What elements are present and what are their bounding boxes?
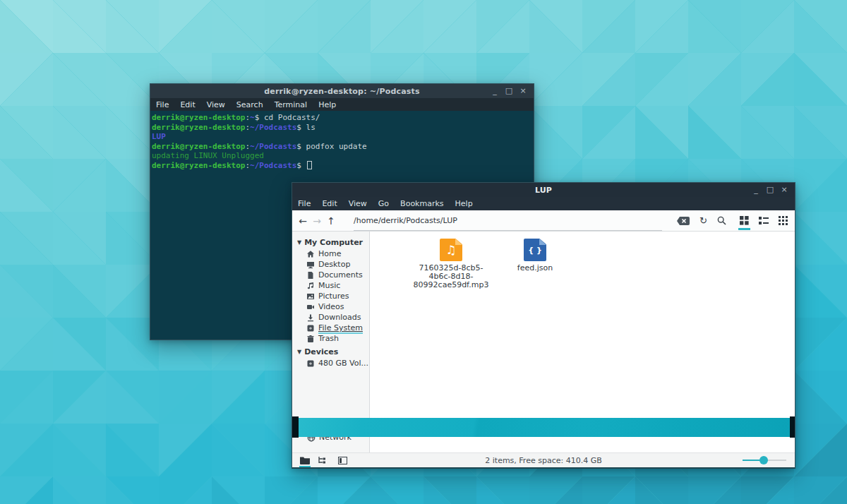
- sidebar-item-label: 480 GB Vol...: [318, 359, 368, 368]
- file-item-audio[interactable]: ♫7160325d-8cb5-4b6c-8d18-80992cae59df.mp…: [408, 239, 494, 289]
- close-icon[interactable]: ×: [517, 86, 529, 96]
- sidebar-item-label: Trash: [318, 334, 339, 343]
- terminal-cursor: [307, 161, 312, 169]
- sidebar-item-videos[interactable]: Videos: [292, 301, 369, 312]
- video-icon: [306, 303, 315, 311]
- sidebar-item-label: File System: [318, 323, 363, 332]
- terminal-menu-terminal[interactable]: Terminal: [269, 99, 313, 111]
- sidebar-item-label: Home: [318, 249, 341, 258]
- fm-menu-bookmarks[interactable]: Bookmarks: [395, 198, 449, 210]
- sidebar-item-file-system[interactable]: File System: [292, 323, 369, 333]
- fm-menu-edit[interactable]: Edit: [316, 198, 342, 210]
- sidebar-section-label: My Computer: [304, 238, 363, 247]
- compact-view-button[interactable]: [759, 216, 769, 225]
- path-bar[interactable]: /home/derrik/Podcasts/LUP: [354, 210, 662, 231]
- file-manager-toolbar: ← → ↑ /home/derrik/Podcasts/LUP ↻: [292, 210, 795, 232]
- thumbnail-view-button[interactable]: [779, 216, 788, 225]
- file-manager-titlebar[interactable]: LUP _ □ ×: [292, 183, 795, 197]
- sidebar-item-label: Pictures: [318, 292, 349, 301]
- zoom-slider[interactable]: [743, 456, 786, 464]
- icon-view-button[interactable]: [740, 216, 749, 225]
- home-icon: [306, 250, 315, 258]
- forward-button[interactable]: →: [310, 215, 324, 227]
- maximize-icon[interactable]: □: [764, 185, 776, 195]
- terminal-menu-search[interactable]: Search: [231, 99, 269, 111]
- picture-icon: [306, 292, 315, 301]
- drive-icon: [306, 359, 315, 368]
- file-name-label: 7160325d-8cb5-4b6c-8d18-80992cae59df.mp3: [408, 264, 494, 289]
- terminal-line: LUP: [152, 132, 532, 142]
- file-manager-title: LUP: [292, 186, 795, 195]
- sidebar-item-pictures[interactable]: Pictures: [292, 291, 369, 301]
- zoom-slider-handle[interactable]: [759, 456, 768, 464]
- trash-icon: [306, 335, 315, 343]
- terminal-titlebar[interactable]: derrik@ryzen-desktop: ~/Podcasts _ □ ×: [150, 84, 534, 98]
- sidebar-section-label: Devices: [304, 347, 338, 356]
- terminal-line: updating LINUX Unplugged: [152, 151, 532, 161]
- sidebar-item-label: Desktop: [318, 260, 350, 269]
- status-text: 2 items, Free space: 410.4 GB: [292, 456, 795, 465]
- sidebar-item-home[interactable]: Home: [292, 248, 369, 259]
- minimize-icon[interactable]: _: [750, 185, 762, 195]
- sidebar-item-label: Music: [318, 281, 340, 290]
- desktop: derrik@ryzen-desktop: ~/Podcasts _ □ × F…: [0, 0, 847, 504]
- screen-tear-artifact: [292, 418, 795, 437]
- sidebar-item-trash[interactable]: Trash: [292, 333, 369, 344]
- fm-menu-view[interactable]: View: [343, 198, 373, 210]
- terminal-menubar: FileEditViewSearchTerminalHelp: [150, 98, 534, 111]
- sidebar-item-downloads[interactable]: Downloads: [292, 312, 369, 323]
- sidebar-section-devices[interactable]: ▼Devices: [292, 346, 369, 358]
- file-manager-menubar: FileEditViewGoBookmarksHelp: [292, 197, 795, 210]
- minimize-icon[interactable]: _: [489, 86, 500, 96]
- terminal-line: derrik@ryzen-desktop:~/Podcasts$ podfox …: [152, 142, 532, 152]
- document-icon: [306, 271, 315, 280]
- file-manager-window: LUP _ □ × FileEditViewGoBookmarksHelp ← …: [292, 182, 795, 469]
- json-file-icon: { }: [524, 239, 546, 261]
- sidebar-item-desktop[interactable]: Desktop: [292, 259, 369, 270]
- sidebar-item-480-gb-vol-[interactable]: 480 GB Vol...: [292, 358, 369, 368]
- file-item-json[interactable]: { }feed.json: [492, 239, 578, 272]
- sidebar-item-label: Downloads: [318, 313, 361, 322]
- clear-path-icon[interactable]: [677, 217, 690, 225]
- fm-menu-help[interactable]: Help: [450, 198, 479, 210]
- sidebar-item-music[interactable]: Music: [292, 280, 369, 291]
- terminal-menu-edit[interactable]: Edit: [174, 99, 200, 111]
- back-button[interactable]: ←: [296, 215, 310, 227]
- status-bar: 2 items, Free space: 410.4 GB: [292, 452, 795, 467]
- sidebar-item-documents[interactable]: Documents: [292, 270, 369, 280]
- drive-icon: [306, 324, 315, 332]
- close-icon[interactable]: ×: [779, 185, 790, 195]
- music-icon: [306, 282, 315, 290]
- collapse-triangle-icon[interactable]: ▼: [297, 239, 301, 246]
- file-manager-content: ▼My ComputerHomeDesktopDocumentsMusicPic…: [292, 232, 795, 452]
- up-button[interactable]: ↑: [324, 215, 338, 227]
- terminal-line: derrik@ryzen-desktop:~$ cd Podcasts/: [152, 113, 532, 123]
- collapse-triangle-icon[interactable]: ▼: [297, 349, 301, 355]
- audio-file-icon: ♫: [440, 239, 462, 261]
- terminal-line: derrik@ryzen-desktop:~/Podcasts$: [152, 161, 532, 171]
- terminal-menu-view[interactable]: View: [201, 99, 231, 111]
- fm-menu-go[interactable]: Go: [373, 198, 395, 210]
- maximize-icon[interactable]: □: [503, 86, 515, 96]
- terminal-title: derrik@ryzen-desktop: ~/Podcasts: [150, 87, 534, 96]
- search-icon[interactable]: [717, 216, 726, 225]
- sidebar-item-label: Documents: [318, 270, 363, 280]
- fm-menu-file[interactable]: File: [292, 198, 316, 210]
- file-name-label: feed.json: [492, 264, 578, 272]
- download-icon: [306, 313, 315, 322]
- reload-icon[interactable]: ↻: [699, 215, 707, 226]
- sidebar-section-my-computer[interactable]: ▼My Computer: [292, 236, 369, 248]
- sidebar-item-label: Videos: [318, 302, 344, 311]
- path-text: /home/derrik/Podcasts/LUP: [354, 216, 457, 225]
- desktop-icon: [306, 260, 315, 269]
- terminal-menu-file[interactable]: File: [150, 99, 174, 111]
- terminal-menu-help[interactable]: Help: [313, 99, 342, 111]
- terminal-line: derrik@ryzen-desktop:~/Podcasts$ ls: [152, 123, 532, 133]
